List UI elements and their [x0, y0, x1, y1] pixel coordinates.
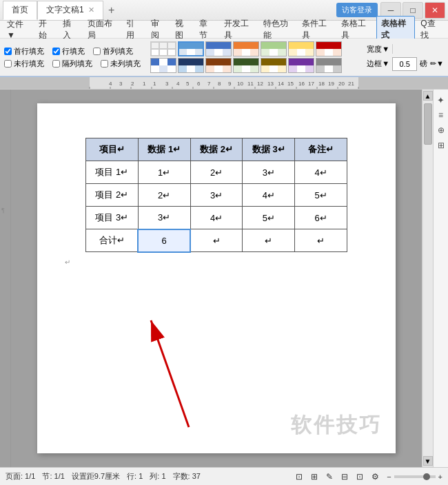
- ruler: 4 3 2 1 1 3 4 5 6 7 8 9 10 11 12 13 14 1…: [0, 77, 448, 90]
- status-icon-3[interactable]: ✎: [323, 471, 336, 483]
- cell-3-3[interactable]: 5↵: [243, 207, 295, 229]
- cell-3-4[interactable]: 6↵: [295, 207, 347, 229]
- cell-2-3[interactable]: 4↵: [243, 184, 295, 207]
- status-line: 行: 1: [127, 471, 143, 482]
- style-dark-2[interactable]: [178, 58, 204, 73]
- svg-text:17: 17: [308, 81, 314, 87]
- cell-total-value[interactable]: 6: [138, 229, 190, 252]
- data-table[interactable]: 项目↵ 数据 1↵ 数据 2↵ 数据 3↵ 备注↵ 项目 1↵ 1↵ 2↵ 3↵: [85, 138, 347, 253]
- cell-2-2[interactable]: 3↵: [190, 184, 243, 207]
- cell-3-1[interactable]: 3↵: [138, 207, 190, 229]
- close-button[interactable]: ✕: [425, 2, 445, 19]
- scroll-up-button[interactable]: ▲: [423, 91, 433, 101]
- style-dark-1[interactable]: [150, 58, 176, 73]
- style-color-1[interactable]: [205, 41, 232, 56]
- header-item: 项目↵: [86, 138, 139, 161]
- scrollbar-right[interactable]: ▲ ▼: [422, 90, 433, 467]
- doc-scroll-area[interactable]: 项目↵ 数据 1↵ 数据 2↵ 数据 3↵ 备注↵ 项目 1↵ 1↵ 2↵ 3↵: [11, 90, 422, 467]
- main-container: 首页 文字文稿1 ✕ + 访客登录 ─ □ ✕ 文件▼ 开始 插入 页面布局 引…: [0, 0, 448, 485]
- scroll-track[interactable]: [423, 101, 433, 456]
- svg-text:3: 3: [119, 81, 123, 87]
- svg-text:12: 12: [257, 81, 263, 87]
- cell-2-0[interactable]: 项目 2↵: [86, 184, 139, 207]
- border-label: 边框▼: [367, 59, 389, 69]
- zoom-bar: − +: [387, 473, 442, 481]
- svg-text:19: 19: [328, 81, 334, 87]
- svg-text:1: 1: [153, 81, 156, 87]
- menu-file[interactable]: 文件▼: [3, 17, 33, 41]
- style-dark-6[interactable]: [288, 58, 314, 73]
- status-icons: ⊡ ⊞ ✎ ⊟ ⊡ ⚙: [293, 471, 381, 483]
- cell-2-4[interactable]: 5↵: [295, 184, 347, 207]
- svg-text:20: 20: [338, 81, 345, 87]
- cell-2-1[interactable]: 2↵: [138, 184, 190, 207]
- cell-1-0[interactable]: 项目 1↵: [86, 161, 139, 184]
- width-label: 宽度▼: [367, 44, 389, 54]
- status-icon-2[interactable]: ⊞: [308, 471, 320, 483]
- tool-link[interactable]: ⊕: [435, 124, 447, 136]
- checkbox-last-col-fill[interactable]: 未列填充: [101, 59, 141, 69]
- tool-table[interactable]: ⊞: [435, 139, 447, 152]
- checkbox-row-fill[interactable]: 行填充: [52, 46, 85, 56]
- paragraph-mark-below: ↵: [65, 258, 368, 266]
- status-icon-5[interactable]: ⊡: [354, 471, 366, 483]
- left-margin: ¶: [0, 90, 11, 467]
- style-plain[interactable]: [150, 41, 176, 56]
- tool-pointer[interactable]: ✦: [435, 94, 447, 106]
- ruler-svg: 4 3 2 1 1 3 4 5 6 7 8 9 10 11 12 13 14 1…: [0, 77, 448, 90]
- status-icon-1[interactable]: ⊡: [293, 471, 305, 483]
- checkbox-col-fill[interactable]: 隔列填充: [52, 59, 92, 69]
- cell-3-2[interactable]: 4↵: [190, 207, 243, 229]
- paragraph-icon: ¶: [1, 207, 5, 214]
- table-row-2: 项目 2↵ 2↵ 3↵ 4↵ 5↵: [86, 184, 347, 207]
- svg-text:21: 21: [348, 81, 354, 87]
- red-arrow-svg: [99, 296, 223, 434]
- style-dark-3[interactable]: [205, 58, 232, 73]
- checkbox-last-row-fill[interactable]: 未行填充: [4, 59, 44, 69]
- status-icon-6[interactable]: ⚙: [369, 471, 381, 483]
- svg-line-42: [151, 320, 189, 427]
- cell-total-4[interactable]: ↵: [295, 229, 347, 252]
- style-color-3[interactable]: [261, 41, 287, 56]
- cell-1-1[interactable]: 1↵: [138, 161, 190, 184]
- style-color-5[interactable]: [316, 41, 342, 56]
- header-data2: 数据 2↵: [190, 138, 243, 161]
- pen-icon[interactable]: ✏▼: [430, 59, 444, 68]
- style-dark-5[interactable]: [261, 58, 287, 73]
- cell-total-3[interactable]: ↵: [243, 229, 295, 252]
- style-color-2[interactable]: [233, 41, 259, 56]
- cell-1-3[interactable]: 3↵: [243, 161, 295, 184]
- scroll-down-button[interactable]: ▼: [423, 456, 433, 466]
- style-dark-4[interactable]: [233, 58, 259, 73]
- checkbox-first-row-fill[interactable]: 首行填充: [4, 46, 44, 56]
- style-blue-1[interactable]: [178, 41, 204, 56]
- svg-text:9: 9: [228, 81, 232, 87]
- style-color-4[interactable]: [288, 41, 314, 56]
- tab-add-button[interactable]: +: [103, 2, 120, 19]
- content-row: ¶ 项目↵ 数据 1↵ 数据 2↵ 数据 3↵ 备注↵: [0, 90, 448, 467]
- cell-1-4[interactable]: 4↵: [295, 161, 347, 184]
- top-space: [65, 124, 368, 138]
- checkbox-first-col-fill[interactable]: 首列填充: [93, 46, 133, 56]
- status-charcount: 字数: 37: [173, 471, 201, 482]
- svg-text:6: 6: [197, 81, 201, 87]
- ribbon-right: 宽度▼ 边框▼ 磅 ✏▼: [367, 44, 444, 71]
- cell-total-2[interactable]: ↵: [190, 229, 243, 252]
- zoom-minus[interactable]: −: [387, 473, 391, 481]
- scroll-thumb[interactable]: [424, 103, 432, 145]
- table-row-total: 合计↵ 6 ↵ ↵ ↵: [86, 229, 347, 252]
- svg-text:3: 3: [165, 81, 169, 87]
- style-dark-7[interactable]: [316, 58, 342, 73]
- cell-3-0[interactable]: 项目 3↵: [86, 207, 139, 229]
- zoom-slider[interactable]: [394, 475, 436, 478]
- tab-doc-close[interactable]: ✕: [88, 6, 94, 14]
- status-icon-4[interactable]: ⊟: [338, 471, 351, 483]
- cell-total-label[interactable]: 合计↵: [86, 229, 139, 252]
- border-width-input[interactable]: [392, 57, 417, 71]
- tool-format[interactable]: ≡: [435, 109, 447, 121]
- zoom-plus[interactable]: +: [438, 473, 442, 481]
- menu-bar: 文件▼ 开始 插入 页面布局 引用 审阅 视图 章节 开发工具 特色功能 条件工…: [0, 21, 448, 39]
- doc-page: 项目↵ 数据 1↵ 数据 2↵ 数据 3↵ 备注↵ 项目 1↵ 1↵ 2↵ 3↵: [37, 103, 396, 453]
- login-button[interactable]: 访客登录: [336, 3, 378, 17]
- cell-1-2[interactable]: 2↵: [190, 161, 243, 184]
